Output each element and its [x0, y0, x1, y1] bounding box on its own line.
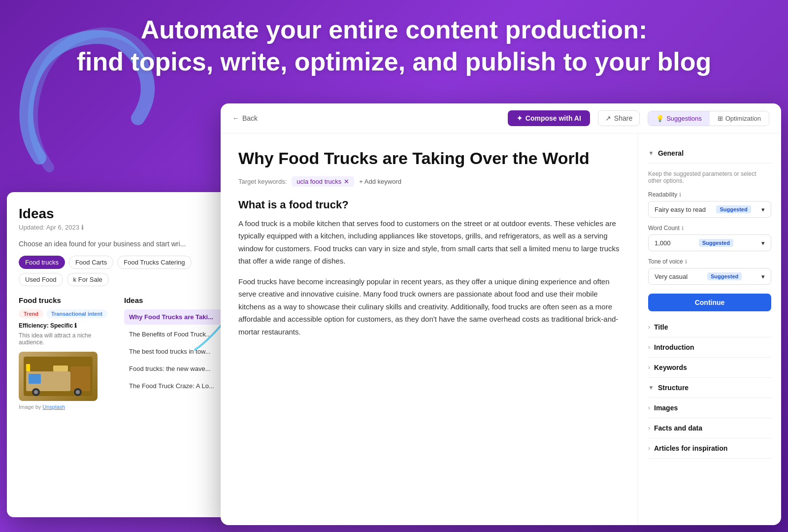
- add-keyword-btn[interactable]: + Add keyword: [359, 178, 401, 185]
- keywords-row: Target keywords: ucla food trucks ✕ + Ad…: [238, 176, 620, 187]
- chevron-right-icon: ›: [648, 445, 650, 452]
- remove-keyword-icon[interactable]: ✕: [344, 178, 349, 185]
- keywords-section-header[interactable]: › Keywords: [648, 358, 771, 378]
- tag-used-food[interactable]: Used Food: [19, 273, 63, 286]
- ideas-columns: Food trucks Trend Transactional intent E…: [19, 296, 222, 508]
- optimization-icon: ⊞: [718, 115, 723, 122]
- back-button[interactable]: ← Back: [232, 114, 258, 122]
- body-paragraph1: A food truck is a mobile kitchen that se…: [238, 217, 620, 267]
- body-paragraph2: Food trucks have become increasingly pop…: [238, 275, 620, 338]
- tone-info-icon: ℹ: [685, 259, 687, 265]
- compose-label: Compose with AI: [525, 114, 581, 122]
- header-line2: find topics, write, optimize, and publis…: [39, 46, 749, 78]
- header: Automate your entire content production:…: [0, 14, 788, 78]
- back-label: Back: [242, 114, 258, 122]
- suggestions-sidebar: ▼ General Keep the suggested parameters …: [638, 133, 781, 525]
- efficiency-text: Efficiency: Specific ℹ: [19, 322, 116, 329]
- images-section-title: Images: [654, 404, 678, 412]
- readability-label: Readability ℹ: [648, 191, 771, 198]
- idea-item-5[interactable]: The Food Truck Craze: A Lo...: [124, 378, 222, 394]
- wordcount-info-icon: ℹ: [682, 225, 684, 232]
- articles-section-header[interactable]: › Articles for inspiration: [648, 438, 771, 459]
- readability-info-icon: ℹ: [679, 192, 681, 198]
- tag-row: Food trucks Food Carts Food Trucks Cater…: [19, 256, 222, 286]
- ideas-panel: Ideas Updated: Apr 6, 2023 ℹ Choose an i…: [7, 192, 233, 517]
- introduction-section-header[interactable]: › Introduction: [648, 337, 771, 358]
- img-credit: Image by Unsplash: [19, 404, 116, 410]
- back-arrow-icon: ←: [232, 114, 239, 122]
- chevron-right-icon: ›: [648, 324, 650, 331]
- title-section-title: Title: [654, 323, 668, 331]
- tone-suggested: Suggested: [707, 272, 742, 280]
- chevron-right-icon: ›: [648, 344, 650, 351]
- svg-rect-9: [26, 364, 30, 371]
- tag-food-carts[interactable]: Food Carts: [69, 256, 113, 269]
- ideas-left-col: Food trucks Trend Transactional intent E…: [19, 296, 116, 508]
- ideas-updated: Updated: Apr 6, 2023 ℹ: [19, 224, 222, 231]
- editor-topbar: ← Back ✦ Compose with AI ↗ Share 💡 Sugge…: [221, 103, 781, 133]
- article-title: Why Food Trucks are Taking Over the Worl…: [238, 148, 620, 168]
- tab-group: 💡 Suggestions ⊞ Optimization: [648, 111, 769, 126]
- keywords-section: › Keywords: [648, 358, 771, 378]
- niche-text: This idea will attract a niche audience.: [19, 332, 116, 346]
- chevron-down-icon: ▾: [761, 273, 765, 280]
- unsplash-link[interactable]: Unsplash: [42, 404, 65, 410]
- editor-body: Why Food Trucks are Taking Over the Worl…: [221, 133, 781, 525]
- structure-section-title: Structure: [658, 384, 689, 392]
- tab-optimization[interactable]: ⊞ Optimization: [710, 111, 769, 126]
- chevron-right-icon: ›: [648, 425, 650, 432]
- general-section-content: Keep the suggested parameters or select …: [648, 164, 771, 317]
- tag-food-trucks-catering[interactable]: Food Trucks Catering: [117, 256, 191, 269]
- articles-section: › Articles for inspiration: [648, 438, 771, 459]
- facts-section-title: Facts and data: [654, 424, 702, 432]
- tag-food-trucks[interactable]: Food trucks: [19, 256, 65, 269]
- tab-suggestions[interactable]: 💡 Suggestions: [648, 111, 710, 126]
- keywords-section-title: Keywords: [654, 364, 687, 371]
- svg-rect-3: [29, 374, 41, 384]
- share-icon: ↗: [605, 114, 611, 122]
- suggestions-icon: 💡: [656, 115, 664, 122]
- share-label: Share: [614, 114, 632, 122]
- tone-select[interactable]: Very casual Suggested ▾: [648, 268, 771, 285]
- ideas-title: Ideas: [19, 206, 222, 222]
- general-section-title: General: [658, 149, 684, 157]
- truck-svg: [24, 357, 93, 396]
- trend-badge: Trend: [19, 309, 43, 318]
- introduction-section: › Introduction: [648, 337, 771, 358]
- truck-image: [19, 352, 98, 401]
- images-section-header[interactable]: › Images: [648, 398, 771, 418]
- wordcount-select[interactable]: 1,000 Suggested ▾: [648, 234, 771, 251]
- info-icon-small: ℹ: [74, 322, 77, 329]
- chevron-down-icon: ▼: [648, 384, 654, 391]
- general-section-header[interactable]: ▼ General: [648, 143, 771, 164]
- content-area[interactable]: Why Food Trucks are Taking Over the Worl…: [221, 133, 638, 525]
- facts-section: › Facts and data: [648, 418, 771, 438]
- transact-badge: Transactional intent: [46, 309, 107, 318]
- ideas-subtitle: Choose an idea found for your business a…: [19, 240, 222, 248]
- ideas-col-title: Food trucks: [19, 296, 116, 304]
- tag-for-sale[interactable]: k For Sale: [67, 273, 109, 286]
- editor-panel: ← Back ✦ Compose with AI ↗ Share 💡 Sugge…: [221, 103, 781, 525]
- idea-item-4[interactable]: Food trucks: the new wave...: [124, 361, 222, 376]
- wordcount-suggested: Suggested: [699, 239, 733, 247]
- structure-section: ▼ Structure: [648, 378, 771, 398]
- facts-section-header[interactable]: › Facts and data: [648, 418, 771, 438]
- share-button[interactable]: ↗ Share: [598, 110, 640, 126]
- chevron-down-icon: ▾: [761, 206, 765, 213]
- readability-select[interactable]: Fairy easy to read Suggested ▾: [648, 201, 771, 218]
- compose-ai-button[interactable]: ✦ Compose with AI: [508, 110, 590, 126]
- structure-section-header[interactable]: ▼ Structure: [648, 378, 771, 398]
- keyword-chip[interactable]: ucla food trucks ✕: [292, 176, 354, 187]
- idea-item-2[interactable]: The Benefits of Food Truck...: [124, 327, 222, 342]
- title-section-header[interactable]: › Title: [648, 317, 771, 337]
- idea-item-1[interactable]: Why Food Trucks are Taki...: [124, 309, 222, 325]
- idea-item-3[interactable]: The best food trucks in tow...: [124, 344, 222, 359]
- images-section: › Images: [648, 398, 771, 418]
- badge-row: Trend Transactional intent: [19, 309, 116, 318]
- compose-icon: ✦: [517, 114, 523, 122]
- ideas-right-col-title: Ideas: [124, 296, 222, 304]
- keywords-label: Target keywords:: [238, 178, 287, 185]
- readability-suggested: Suggested: [716, 205, 751, 213]
- continue-button[interactable]: Continue: [648, 294, 771, 311]
- tone-label: Tone of voice ℹ: [648, 258, 771, 265]
